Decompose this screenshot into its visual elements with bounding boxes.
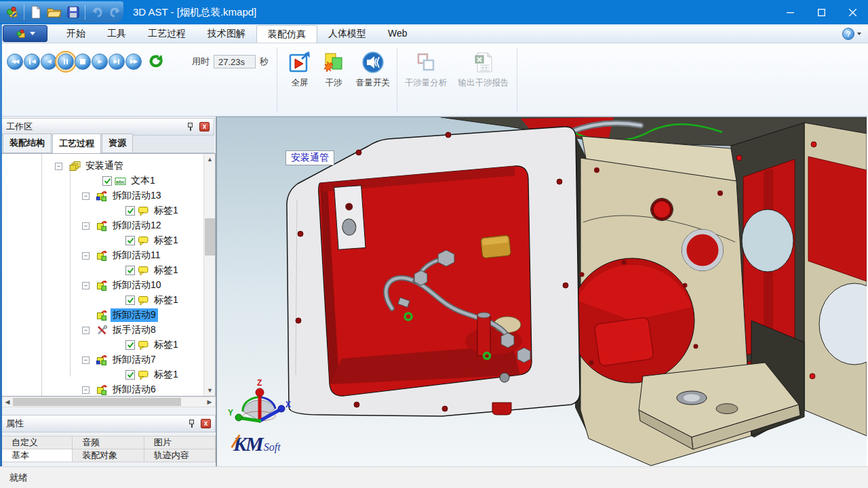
tree-item-标签1[interactable]: 标签1 — [2, 263, 203, 278]
menu-tab-工艺过程[interactable]: 工艺过程 — [137, 25, 197, 43]
tree-expander-icon[interactable]: − — [82, 192, 90, 200]
scroll-up-arrow[interactable]: ▲ — [204, 154, 216, 165]
property-tab-图片[interactable]: 图片 — [144, 436, 216, 449]
redo-icon[interactable] — [108, 3, 123, 21]
property-tab-基本[interactable]: 基本 — [1, 449, 73, 462]
fast-forward-button[interactable]: ▶▶ — [125, 54, 142, 70]
vertical-scrollbar[interactable]: ▲ ▼ — [203, 154, 215, 396]
property-tab-轨迹内容[interactable]: 轨迹内容 — [144, 449, 216, 462]
minimize-button[interactable] — [774, 0, 806, 24]
tree-item-label[interactable]: 扳手活动8 — [111, 323, 158, 337]
menu-tab-工具[interactable]: 工具 — [96, 25, 137, 43]
menu-tab-Web[interactable]: Web — [377, 25, 418, 43]
interference-button[interactable]: 干涉 — [319, 50, 349, 89]
replay-button[interactable] — [146, 53, 165, 70]
workspace-tab-工艺过程[interactable]: 工艺过程 — [52, 134, 101, 153]
tree-item-label[interactable]: 拆卸活动10 — [111, 279, 163, 292]
close-panel-icon[interactable]: x — [199, 122, 210, 131]
horizontal-scrollbar[interactable]: ◀ ▶ — [1, 396, 216, 407]
maximize-button[interactable] — [806, 0, 837, 24]
scroll-thumb[interactable] — [13, 398, 181, 406]
tree-item-拆卸活动6[interactable]: −拆卸活动6 — [2, 382, 203, 396]
tree-expander-icon[interactable]: − — [82, 386, 90, 394]
scroll-down-arrow[interactable]: ▼ — [204, 385, 216, 396]
tree-item-拆卸活动9[interactable]: 拆卸活动9 — [2, 308, 203, 323]
tree-item-label[interactable]: 标签1 — [152, 338, 180, 352]
tree-item-拆卸活动7[interactable]: −拆卸活动7 — [2, 352, 203, 367]
pause-button[interactable] — [58, 54, 74, 70]
menu-tab-技术图解[interactable]: 技术图解 — [197, 25, 256, 43]
volume-button[interactable]: 音量开关 — [351, 50, 395, 89]
interference-analysis-button[interactable]: 干涉量分析 — [401, 50, 450, 89]
property-tab-装配对象[interactable]: 装配对象 — [73, 449, 144, 462]
tree-item-label[interactable]: 标签1 — [152, 204, 180, 218]
pin-icon[interactable] — [187, 419, 197, 428]
3d-viewport[interactable]: Z X Y 安装通管 KMSoft — [217, 117, 867, 466]
tree-item-文本1[interactable]: abc文本1 — [2, 174, 203, 188]
save-icon[interactable] — [65, 3, 81, 21]
scroll-right-arrow[interactable]: ▶ — [204, 397, 215, 407]
menu-tab-开始[interactable]: 开始 — [56, 25, 96, 43]
tree-item-拆卸活动13[interactable]: −拆卸活动13 — [2, 188, 203, 203]
tree-item-label[interactable]: 标签1 — [152, 293, 180, 307]
close-panel-icon[interactable]: x — [201, 419, 211, 428]
checkbox-checked-icon[interactable] — [125, 266, 135, 275]
next-frame-button[interactable]: ▶ — [108, 54, 125, 70]
tree-item-拆卸活动10[interactable]: −拆卸活动10 — [2, 278, 203, 293]
fullscreen-button[interactable]: 全屏 — [284, 50, 315, 89]
workspace-tab-资源[interactable]: 资源 — [102, 134, 133, 152]
elapsed-value-box[interactable]: 27.23s — [214, 55, 256, 68]
play-backward-button[interactable]: ◀ — [41, 54, 57, 70]
new-document-icon[interactable] — [28, 3, 44, 21]
app-logo-icon[interactable] — [4, 3, 20, 21]
rewind-button[interactable]: ◀◀ — [7, 54, 23, 70]
help-icon[interactable]: ? — [842, 28, 854, 40]
tree-item-label[interactable]: 安装通管 — [83, 159, 125, 173]
tree-item-label[interactable]: 标签1 — [152, 234, 180, 247]
previous-frame-button[interactable]: ◀ — [24, 54, 40, 70]
checkbox-checked-icon[interactable] — [125, 370, 135, 380]
tree-item-label[interactable]: 拆卸活动7 — [111, 353, 158, 367]
checkbox-checked-icon[interactable] — [125, 206, 135, 216]
tree-item-拆卸活动12[interactable]: −拆卸活动12 — [2, 218, 203, 233]
close-button[interactable] — [837, 0, 868, 24]
application-menu-button[interactable] — [3, 25, 47, 42]
property-tab-自定义[interactable]: 自定义 — [1, 436, 73, 449]
tree-item-标签1[interactable]: 标签1 — [2, 293, 203, 308]
tree-item-标签1[interactable]: 标签1 — [2, 338, 203, 352]
undo-icon[interactable] — [90, 3, 105, 21]
tree-item-拆卸活动11[interactable]: −拆卸活动11 — [2, 248, 203, 263]
tree-item-扳手活动8[interactable]: −扳手活动8 — [2, 323, 203, 338]
scroll-left-arrow[interactable]: ◀ — [2, 397, 13, 407]
tree-item-label[interactable]: 标签1 — [152, 368, 180, 382]
chevron-down-icon[interactable] — [857, 33, 861, 35]
property-tab-音频[interactable]: 音频 — [73, 436, 144, 449]
checkbox-checked-icon[interactable] — [125, 236, 135, 245]
tree-expander-icon[interactable]: − — [82, 252, 90, 260]
tree-expander-icon[interactable]: − — [82, 327, 90, 334]
tree-expander-icon[interactable]: − — [82, 357, 90, 364]
open-folder-icon[interactable] — [47, 3, 62, 21]
checkbox-checked-icon[interactable] — [125, 340, 135, 350]
tree-item-label[interactable]: 标签1 — [152, 264, 180, 277]
tree-item-标签1[interactable]: 标签1 — [2, 203, 203, 218]
stop-button[interactable] — [75, 54, 91, 70]
tree-expander-icon[interactable]: − — [82, 222, 90, 230]
tree-item-label[interactable]: 拆卸活动13 — [111, 189, 163, 203]
3d-model-canvas[interactable]: Z X Y — [217, 117, 867, 466]
checkbox-checked-icon[interactable] — [102, 176, 112, 186]
workspace-tab-装配结构[interactable]: 装配结构 — [3, 134, 52, 152]
tree-item-label[interactable]: 拆卸活动6 — [111, 383, 158, 396]
tree-item-标签1[interactable]: 标签1 — [2, 233, 203, 248]
tree-item-label[interactable]: 文本1 — [129, 174, 157, 188]
export-report-button[interactable]: 输出干涉报告 — [453, 50, 514, 89]
tree-item-label[interactable]: 拆卸活动12 — [111, 219, 163, 232]
menu-tab-人体模型[interactable]: 人体模型 — [317, 25, 377, 43]
menu-tab-装配仿真[interactable]: 装配仿真 — [256, 25, 317, 43]
pin-icon[interactable] — [186, 122, 195, 131]
tree-item-label[interactable]: 拆卸活动11 — [111, 249, 163, 262]
tree-expander-icon[interactable]: − — [82, 282, 90, 289]
play-button[interactable]: ▶ — [92, 54, 108, 70]
checkbox-checked-icon[interactable] — [125, 296, 135, 305]
tree-item-标签1[interactable]: 标签1 — [2, 367, 203, 382]
